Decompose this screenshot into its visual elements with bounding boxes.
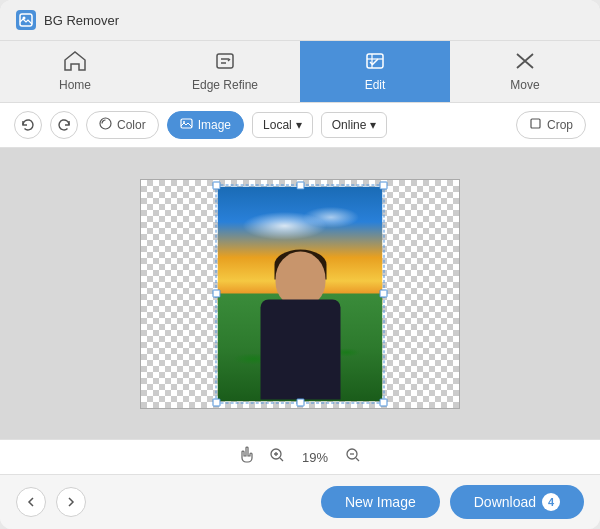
- app-title: BG Remover: [44, 13, 119, 28]
- zoom-level: 19%: [297, 450, 333, 465]
- local-chevron-icon: ▾: [296, 118, 302, 132]
- title-bar: BG Remover: [0, 0, 600, 41]
- selection-box: [216, 184, 385, 403]
- home-icon: [64, 51, 86, 74]
- tab-move[interactable]: Move: [450, 41, 600, 102]
- download-badge: 4: [542, 493, 560, 511]
- new-image-button[interactable]: New Image: [321, 486, 440, 518]
- download-label: Download: [474, 494, 536, 510]
- local-dropdown[interactable]: Local ▾: [252, 112, 313, 138]
- edit-icon: [364, 51, 386, 74]
- handle-mid-right[interactable]: [380, 290, 388, 298]
- online-chevron-icon: ▾: [370, 118, 376, 132]
- status-bar: 19%: [0, 439, 600, 474]
- handle-top-mid[interactable]: [296, 181, 304, 189]
- online-label: Online: [332, 118, 367, 132]
- undo-button[interactable]: [14, 111, 42, 139]
- tab-home-label: Home: [59, 78, 91, 92]
- tab-edge-refine[interactable]: Edge Refine: [150, 41, 300, 102]
- crop-label: Crop: [547, 118, 573, 132]
- next-button[interactable]: [56, 487, 86, 517]
- canvas-area[interactable]: [0, 148, 600, 439]
- color-button[interactable]: Color: [86, 111, 159, 139]
- tab-edit[interactable]: Edit: [300, 41, 450, 102]
- color-label: Color: [117, 118, 146, 132]
- local-label: Local: [263, 118, 292, 132]
- redo-button[interactable]: [50, 111, 78, 139]
- crop-icon: [529, 117, 542, 133]
- image-container: [218, 186, 383, 401]
- handle-bottom-right[interactable]: [380, 398, 388, 406]
- tab-move-label: Move: [510, 78, 539, 92]
- nav-tabs: Home Edge Refine Edit: [0, 41, 600, 103]
- svg-rect-2: [217, 54, 233, 68]
- tab-home[interactable]: Home: [0, 41, 150, 102]
- app-icon: [16, 10, 36, 30]
- image-icon: [180, 117, 193, 133]
- color-icon: [99, 117, 112, 133]
- prev-button[interactable]: [16, 487, 46, 517]
- crop-button[interactable]: Crop: [516, 111, 586, 139]
- tab-edge-refine-label: Edge Refine: [192, 78, 258, 92]
- handle-bottom-left[interactable]: [213, 398, 221, 406]
- bottom-bar: New Image Download 4: [0, 474, 600, 529]
- app-window: BG Remover Home Edge Refine: [0, 0, 600, 529]
- online-dropdown[interactable]: Online ▾: [321, 112, 388, 138]
- svg-rect-7: [531, 119, 540, 128]
- tab-edit-label: Edit: [365, 78, 386, 92]
- canvas: [140, 179, 460, 409]
- download-button[interactable]: Download 4: [450, 485, 584, 519]
- zoom-out-icon[interactable]: [345, 447, 361, 467]
- edge-refine-icon: [214, 51, 236, 74]
- handle-top-left[interactable]: [213, 181, 221, 189]
- toolbar: Color Image Local ▾ Online ▾: [0, 103, 600, 148]
- zoom-in-icon[interactable]: [269, 447, 285, 467]
- handle-bottom-mid[interactable]: [296, 398, 304, 406]
- move-icon: [514, 51, 536, 74]
- pan-icon[interactable]: [239, 446, 257, 468]
- image-button[interactable]: Image: [167, 111, 244, 139]
- handle-mid-left[interactable]: [213, 290, 221, 298]
- svg-rect-5: [181, 119, 192, 128]
- image-label: Image: [198, 118, 231, 132]
- new-image-label: New Image: [345, 494, 416, 510]
- handle-top-right[interactable]: [380, 181, 388, 189]
